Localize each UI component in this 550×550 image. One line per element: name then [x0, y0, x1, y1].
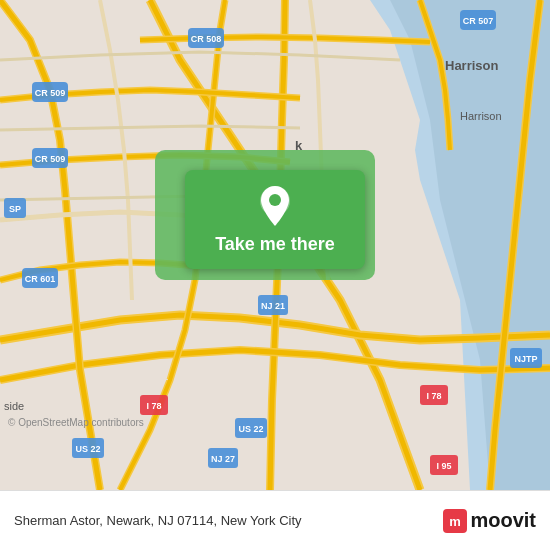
svg-text:CR 509: CR 509 — [35, 154, 66, 164]
take-me-there-button[interactable]: Take me there — [185, 170, 365, 269]
svg-text:US 22: US 22 — [238, 424, 263, 434]
svg-text:I 78: I 78 — [426, 391, 441, 401]
moovit-logo-icon: m — [443, 509, 467, 533]
svg-text:m: m — [450, 514, 462, 529]
svg-text:SP: SP — [9, 204, 21, 214]
svg-text:NJ 21: NJ 21 — [261, 301, 285, 311]
location-pin-icon — [257, 184, 293, 228]
svg-text:US 22: US 22 — [75, 444, 100, 454]
moovit-logo: m moovit — [443, 509, 536, 533]
svg-point-35 — [269, 194, 281, 206]
moovit-logo-text: moovit — [470, 509, 536, 532]
svg-text:CR 507: CR 507 — [463, 16, 494, 26]
svg-text:Harrison: Harrison — [460, 110, 502, 122]
svg-text:I 95: I 95 — [436, 461, 451, 471]
footer: Sherman Astor, Newark, NJ 07114, New Yor… — [0, 490, 550, 550]
svg-text:I 78: I 78 — [146, 401, 161, 411]
svg-text:Harrison: Harrison — [445, 58, 499, 73]
svg-text:CR 508: CR 508 — [191, 34, 222, 44]
svg-text:CR 509: CR 509 — [35, 88, 66, 98]
svg-text:CR 601: CR 601 — [25, 274, 56, 284]
footer-address: Sherman Astor, Newark, NJ 07114, New Yor… — [14, 513, 443, 528]
map-container: CR 509 CR 509 CR 508 CR 507 NJ 21 I 78 I… — [0, 0, 550, 490]
osm-credit: © OpenStreetMap contributors — [8, 417, 144, 428]
svg-text:NJTP: NJTP — [514, 354, 537, 364]
svg-text:side: side — [4, 400, 24, 412]
svg-text:NJ 27: NJ 27 — [211, 454, 235, 464]
take-me-there-label: Take me there — [215, 234, 335, 255]
